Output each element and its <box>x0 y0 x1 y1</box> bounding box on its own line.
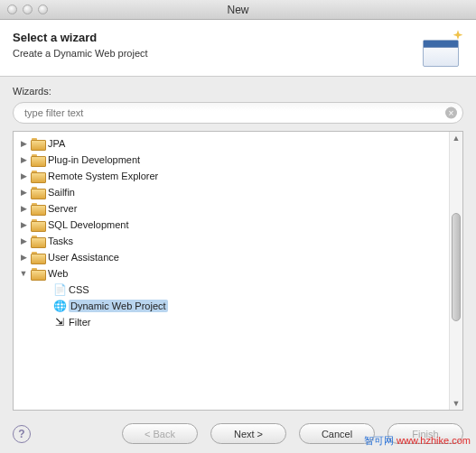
folder-icon <box>31 236 45 247</box>
tree-item-label: Plug-in Development <box>48 154 140 165</box>
chevron-right-icon[interactable]: ▶ <box>19 236 28 245</box>
filter-file-icon: ⇲ <box>53 316 66 328</box>
folder-icon <box>31 138 45 150</box>
chevron-right-icon[interactable]: ▶ <box>19 220 28 229</box>
tree-item-label: Server <box>48 203 77 214</box>
chevron-right-icon[interactable]: ▶ <box>19 253 28 262</box>
window-title: New <box>0 4 476 16</box>
tree-item-label: Web <box>48 268 68 279</box>
finish-button[interactable]: Finish <box>387 423 463 444</box>
css-file-icon: 📄 <box>53 283 66 296</box>
dialog-header: Select a wizard Create a Dynamic Web pro… <box>0 20 476 77</box>
tree-item-label: SQL Development <box>48 219 128 230</box>
tree-item-label: Dynamic Web Project <box>69 300 168 312</box>
tree-item-label: CSS <box>69 284 89 295</box>
chevron-right-icon[interactable]: ▶ <box>19 188 28 197</box>
page-description: Create a Dynamic Web project <box>13 48 411 59</box>
next-button[interactable]: Next > <box>210 423 286 444</box>
tree-folder[interactable]: ▶Remote System Explorer <box>14 168 449 184</box>
minimize-window-icon[interactable] <box>23 5 33 14</box>
folder-icon <box>31 203 45 215</box>
tree-item-label: Sailfin <box>48 187 75 198</box>
tree-leaf[interactable]: 📄CSS <box>14 282 449 298</box>
dialog-body: Select a wizard Create a Dynamic Web pro… <box>0 20 476 453</box>
tree-folder[interactable]: ▶Tasks <box>14 233 449 249</box>
help-button[interactable]: ? <box>13 425 31 443</box>
filter-field: × <box>13 102 463 124</box>
folder-icon <box>31 171 45 182</box>
globe-icon: 🌐 <box>53 300 66 312</box>
page-title: Select a wizard <box>13 31 411 44</box>
cancel-button[interactable]: Cancel <box>299 423 375 444</box>
tree-leaf[interactable]: ⇲Filter <box>14 314 449 330</box>
tree-folder[interactable]: ▶Plug-in Development <box>14 152 449 168</box>
window-controls <box>0 5 48 14</box>
wizards-label: Wizards: <box>13 86 463 97</box>
tree-folder[interactable]: ▶SQL Development <box>14 217 449 233</box>
zoom-window-icon[interactable] <box>38 5 48 14</box>
tree-leaf[interactable]: 🌐Dynamic Web Project <box>14 298 449 314</box>
folder-icon <box>31 154 45 166</box>
folder-icon <box>31 268 45 280</box>
tree-item-label: Filter <box>69 317 90 328</box>
titlebar: New <box>0 0 476 20</box>
wizard-tree: ▶JPA▶Plug-in Development▶Remote System E… <box>13 131 463 411</box>
tree-item-label: User Assistance <box>48 252 119 263</box>
folder-icon <box>31 219 45 231</box>
chevron-right-icon[interactable]: ▶ <box>19 204 28 213</box>
wizard-banner-icon <box>420 31 463 67</box>
chevron-right-icon[interactable]: ▶ <box>19 171 28 180</box>
tree-item-label: Tasks <box>48 236 73 246</box>
tree-folder[interactable]: ▶JPA <box>14 135 449 152</box>
tree-folder[interactable]: ▼Web <box>14 265 449 282</box>
folder-icon <box>31 187 45 199</box>
scroll-down-icon[interactable]: ▼ <box>450 397 462 410</box>
close-window-icon[interactable] <box>7 5 17 14</box>
tree-folder[interactable]: ▶User Assistance <box>14 249 449 265</box>
tree-viewport[interactable]: ▶JPA▶Plug-in Development▶Remote System E… <box>14 132 449 410</box>
chevron-right-icon[interactable]: ▶ <box>19 155 28 164</box>
sparkle-icon <box>451 29 465 43</box>
chevron-right-icon[interactable]: ▶ <box>19 139 28 148</box>
dialog-content: Wizards: × ▶JPA▶Plug-in Development▶Remo… <box>0 77 476 416</box>
tree-folder[interactable]: ▶Server <box>14 200 449 217</box>
folder-icon <box>31 252 45 263</box>
filter-input[interactable] <box>13 102 463 124</box>
vertical-scrollbar[interactable]: ▲ ▼ <box>449 132 462 410</box>
tree-folder[interactable]: ▶Sailfin <box>14 184 449 200</box>
clear-filter-icon[interactable]: × <box>445 107 457 119</box>
tree-item-label: Remote System Explorer <box>48 171 158 181</box>
scroll-up-icon[interactable]: ▲ <box>450 132 462 144</box>
tree-item-label: JPA <box>48 138 65 149</box>
back-button[interactable]: < Back <box>122 423 198 444</box>
scroll-thumb[interactable] <box>452 213 461 321</box>
button-bar: ? < Back Next > Cancel Finish <box>0 416 476 453</box>
chevron-down-icon[interactable]: ▼ <box>19 269 28 278</box>
